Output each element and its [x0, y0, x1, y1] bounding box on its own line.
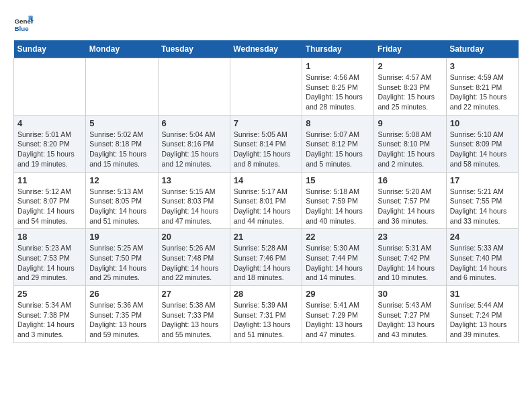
day-info: Sunrise: 5:41 AM Sunset: 7:29 PM Dayligh…: [306, 300, 370, 340]
day-number: 7: [234, 118, 298, 128]
calendar-cell: 23Sunrise: 5:31 AM Sunset: 7:42 PM Dayli…: [374, 229, 446, 286]
day-number: 23: [378, 232, 442, 242]
calendar-cell: 27Sunrise: 5:38 AM Sunset: 7:33 PM Dayli…: [158, 286, 230, 343]
day-number: 11: [17, 175, 82, 185]
day-info: Sunrise: 5:18 AM Sunset: 7:59 PM Dayligh…: [306, 187, 370, 226]
calendar-cell: 12Sunrise: 5:13 AM Sunset: 8:05 PM Dayli…: [86, 172, 158, 229]
weekday-header-tuesday: Tuesday: [158, 40, 230, 58]
day-number: 30: [378, 289, 442, 299]
calendar-cell: 11Sunrise: 5:12 AM Sunset: 8:07 PM Dayli…: [14, 172, 86, 229]
calendar-cell: 1Sunrise: 4:56 AM Sunset: 8:25 PM Daylig…: [302, 58, 374, 116]
weekday-header-sunday: Sunday: [14, 40, 86, 58]
calendar-cell: 16Sunrise: 5:20 AM Sunset: 7:57 PM Dayli…: [374, 172, 446, 229]
calendar-cell: 6Sunrise: 5:04 AM Sunset: 8:16 PM Daylig…: [158, 115, 230, 172]
calendar-cell: 5Sunrise: 5:02 AM Sunset: 8:18 PM Daylig…: [86, 115, 158, 172]
day-info: Sunrise: 5:28 AM Sunset: 7:46 PM Dayligh…: [234, 243, 298, 283]
day-info: Sunrise: 5:26 AM Sunset: 7:48 PM Dayligh…: [162, 243, 226, 283]
day-info: Sunrise: 5:36 AM Sunset: 7:35 PM Dayligh…: [89, 300, 154, 340]
day-number: 13: [162, 175, 226, 185]
calendar-cell: 13Sunrise: 5:15 AM Sunset: 8:03 PM Dayli…: [158, 172, 230, 229]
calendar-cell: 8Sunrise: 5:07 AM Sunset: 8:12 PM Daylig…: [302, 115, 374, 172]
day-info: Sunrise: 5:25 AM Sunset: 7:50 PM Dayligh…: [89, 243, 154, 283]
day-number: 2: [378, 61, 442, 71]
day-info: Sunrise: 5:17 AM Sunset: 8:01 PM Dayligh…: [234, 187, 298, 226]
calendar-cell: 9Sunrise: 5:08 AM Sunset: 8:10 PM Daylig…: [374, 115, 446, 172]
weekday-header-wednesday: Wednesday: [230, 40, 302, 58]
day-info: Sunrise: 5:44 AM Sunset: 7:24 PM Dayligh…: [450, 300, 515, 340]
day-number: 8: [306, 118, 370, 128]
calendar-cell: 29Sunrise: 5:41 AM Sunset: 7:29 PM Dayli…: [302, 286, 374, 343]
day-info: Sunrise: 5:34 AM Sunset: 7:38 PM Dayligh…: [17, 300, 82, 340]
calendar-cell: 21Sunrise: 5:28 AM Sunset: 7:46 PM Dayli…: [230, 229, 302, 286]
page-header: General Blue: [13, 13, 519, 34]
calendar-cell: 10Sunrise: 5:10 AM Sunset: 8:09 PM Dayli…: [446, 115, 518, 172]
week-row-2: 4Sunrise: 5:01 AM Sunset: 8:20 PM Daylig…: [14, 115, 519, 172]
day-info: Sunrise: 5:13 AM Sunset: 8:05 PM Dayligh…: [89, 187, 154, 226]
calendar-cell: 22Sunrise: 5:30 AM Sunset: 7:44 PM Dayli…: [302, 229, 374, 286]
day-number: 15: [306, 175, 370, 185]
calendar-cell: 24Sunrise: 5:33 AM Sunset: 7:40 PM Dayli…: [446, 229, 518, 286]
day-info: Sunrise: 4:57 AM Sunset: 8:23 PM Dayligh…: [378, 73, 442, 112]
day-info: Sunrise: 5:07 AM Sunset: 8:12 PM Dayligh…: [306, 130, 370, 169]
day-number: 4: [17, 118, 82, 128]
day-number: 20: [162, 232, 226, 242]
calendar-cell: [230, 58, 302, 116]
day-number: 27: [162, 289, 226, 299]
day-info: Sunrise: 5:23 AM Sunset: 7:53 PM Dayligh…: [17, 243, 82, 283]
day-info: Sunrise: 5:33 AM Sunset: 7:40 PM Dayligh…: [450, 243, 515, 283]
week-row-3: 11Sunrise: 5:12 AM Sunset: 8:07 PM Dayli…: [14, 172, 519, 229]
day-info: Sunrise: 5:30 AM Sunset: 7:44 PM Dayligh…: [306, 243, 370, 283]
day-number: 14: [234, 175, 298, 185]
day-info: Sunrise: 5:02 AM Sunset: 8:18 PM Dayligh…: [89, 130, 154, 169]
week-row-4: 18Sunrise: 5:23 AM Sunset: 7:53 PM Dayli…: [14, 229, 519, 286]
day-number: 24: [450, 232, 515, 242]
day-number: 31: [450, 289, 515, 299]
calendar-cell: 4Sunrise: 5:01 AM Sunset: 8:20 PM Daylig…: [14, 115, 86, 172]
day-number: 3: [450, 61, 515, 71]
calendar-cell: 15Sunrise: 5:18 AM Sunset: 7:59 PM Dayli…: [302, 172, 374, 229]
day-number: 25: [17, 289, 82, 299]
calendar-cell: [158, 58, 230, 116]
day-info: Sunrise: 5:10 AM Sunset: 8:09 PM Dayligh…: [450, 130, 515, 169]
calendar-cell: 28Sunrise: 5:39 AM Sunset: 7:31 PM Dayli…: [230, 286, 302, 343]
day-number: 28: [234, 289, 298, 299]
logo-icon: General Blue: [13, 13, 34, 34]
svg-text:Blue: Blue: [15, 25, 30, 32]
day-number: 1: [306, 61, 370, 71]
weekday-header-thursday: Thursday: [302, 40, 374, 58]
day-number: 16: [378, 175, 442, 185]
day-number: 9: [378, 118, 442, 128]
day-info: Sunrise: 5:43 AM Sunset: 7:27 PM Dayligh…: [378, 300, 442, 340]
day-info: Sunrise: 5:20 AM Sunset: 7:57 PM Dayligh…: [378, 187, 442, 226]
weekday-header-row: SundayMondayTuesdayWednesdayThursdayFrid…: [14, 40, 519, 58]
week-row-1: 1Sunrise: 4:56 AM Sunset: 8:25 PM Daylig…: [14, 58, 519, 116]
calendar-cell: 17Sunrise: 5:21 AM Sunset: 7:55 PM Dayli…: [446, 172, 518, 229]
day-info: Sunrise: 5:15 AM Sunset: 8:03 PM Dayligh…: [162, 187, 226, 226]
calendar-cell: 3Sunrise: 4:59 AM Sunset: 8:21 PM Daylig…: [446, 58, 518, 116]
logo: General Blue: [13, 13, 36, 34]
day-number: 6: [162, 118, 226, 128]
day-info: Sunrise: 4:59 AM Sunset: 8:21 PM Dayligh…: [450, 73, 515, 112]
day-info: Sunrise: 5:05 AM Sunset: 8:14 PM Dayligh…: [234, 130, 298, 169]
calendar-cell: 25Sunrise: 5:34 AM Sunset: 7:38 PM Dayli…: [14, 286, 86, 343]
day-info: Sunrise: 5:08 AM Sunset: 8:10 PM Dayligh…: [378, 130, 442, 169]
day-info: Sunrise: 5:01 AM Sunset: 8:20 PM Dayligh…: [17, 130, 82, 169]
day-number: 26: [89, 289, 154, 299]
day-number: 5: [89, 118, 154, 128]
calendar-cell: 30Sunrise: 5:43 AM Sunset: 7:27 PM Dayli…: [374, 286, 446, 343]
day-number: 18: [17, 232, 82, 242]
day-info: Sunrise: 5:39 AM Sunset: 7:31 PM Dayligh…: [234, 300, 298, 340]
weekday-header-saturday: Saturday: [446, 40, 518, 58]
calendar-cell: [86, 58, 158, 116]
calendar-cell: 14Sunrise: 5:17 AM Sunset: 8:01 PM Dayli…: [230, 172, 302, 229]
day-number: 21: [234, 232, 298, 242]
calendar-cell: [14, 58, 86, 116]
calendar-cell: 31Sunrise: 5:44 AM Sunset: 7:24 PM Dayli…: [446, 286, 518, 343]
calendar-cell: 26Sunrise: 5:36 AM Sunset: 7:35 PM Dayli…: [86, 286, 158, 343]
day-info: Sunrise: 5:21 AM Sunset: 7:55 PM Dayligh…: [450, 187, 515, 226]
week-row-5: 25Sunrise: 5:34 AM Sunset: 7:38 PM Dayli…: [14, 286, 519, 343]
day-number: 17: [450, 175, 515, 185]
day-info: Sunrise: 5:31 AM Sunset: 7:42 PM Dayligh…: [378, 243, 442, 283]
calendar-table: SundayMondayTuesdayWednesdayThursdayFrid…: [13, 40, 519, 343]
weekday-header-friday: Friday: [374, 40, 446, 58]
